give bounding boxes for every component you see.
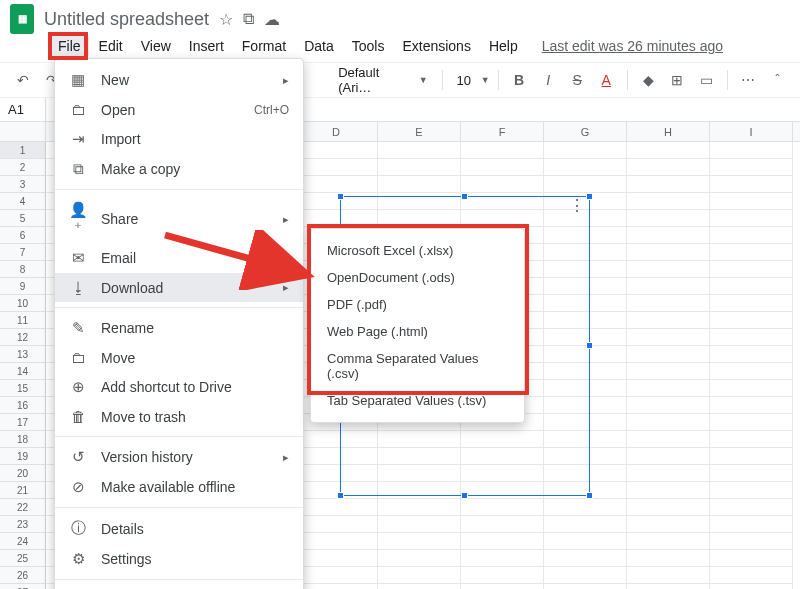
cell[interactable] — [710, 482, 793, 499]
cell[interactable] — [710, 499, 793, 516]
file-download[interactable]: ⭳ Download ▸ — [55, 273, 303, 302]
cell[interactable] — [710, 448, 793, 465]
cell[interactable] — [710, 567, 793, 584]
cell[interactable] — [710, 159, 793, 176]
row-header[interactable]: 24 — [0, 533, 46, 550]
resize-handle[interactable] — [461, 193, 468, 200]
undo-button[interactable]: ↶ — [10, 67, 35, 93]
menu-file[interactable]: File — [50, 34, 89, 58]
row-header[interactable]: 1 — [0, 142, 46, 159]
name-box[interactable]: A1 — [0, 98, 46, 121]
cell[interactable] — [378, 176, 461, 193]
cell[interactable] — [710, 295, 793, 312]
row-header[interactable]: 3 — [0, 176, 46, 193]
cell[interactable] — [710, 329, 793, 346]
cell[interactable] — [710, 244, 793, 261]
cell[interactable] — [710, 533, 793, 550]
object-more-icon[interactable]: ⋮ — [569, 201, 585, 211]
cell[interactable] — [627, 363, 710, 380]
cell[interactable] — [544, 516, 627, 533]
cell[interactable] — [627, 397, 710, 414]
move-folder-icon[interactable]: ⧉ — [243, 10, 254, 28]
row-header[interactable]: 27 — [0, 584, 46, 589]
file-open[interactable]: 🗀 Open Ctrl+O — [55, 95, 303, 124]
row-header[interactable]: 11 — [0, 312, 46, 329]
last-edit-link[interactable]: Last edit was 26 minutes ago — [542, 38, 723, 54]
cell[interactable] — [461, 584, 544, 589]
cell[interactable] — [627, 431, 710, 448]
font-family-select[interactable]: Default (Ari… ▼ — [332, 63, 434, 97]
row-header[interactable]: 10 — [0, 295, 46, 312]
cell[interactable] — [627, 482, 710, 499]
cell[interactable] — [710, 550, 793, 567]
file-details[interactable]: ⓘ Details — [55, 513, 303, 544]
cell[interactable] — [627, 414, 710, 431]
cell[interactable] — [295, 567, 378, 584]
cell[interactable] — [461, 516, 544, 533]
sheets-logo[interactable]: ▦ — [10, 4, 34, 34]
cell[interactable] — [627, 516, 710, 533]
cell[interactable] — [627, 380, 710, 397]
resize-handle[interactable] — [586, 193, 593, 200]
row-header[interactable]: 23 — [0, 516, 46, 533]
cell[interactable] — [295, 533, 378, 550]
row-header[interactable]: 26 — [0, 567, 46, 584]
star-icon[interactable]: ☆ — [219, 10, 233, 29]
row-header[interactable]: 2 — [0, 159, 46, 176]
cell[interactable] — [378, 516, 461, 533]
cell[interactable] — [295, 142, 378, 159]
cell[interactable] — [710, 431, 793, 448]
menu-edit[interactable]: Edit — [91, 34, 131, 58]
row-header[interactable]: 8 — [0, 261, 46, 278]
file-trash[interactable]: 🗑 Move to trash — [55, 402, 303, 431]
cell[interactable] — [710, 142, 793, 159]
cell[interactable] — [710, 363, 793, 380]
cell[interactable] — [461, 159, 544, 176]
file-settings[interactable]: ⚙ Settings — [55, 544, 303, 574]
resize-handle[interactable] — [337, 193, 344, 200]
cell[interactable] — [627, 261, 710, 278]
row-header[interactable]: 9 — [0, 278, 46, 295]
cell[interactable] — [295, 176, 378, 193]
row-header[interactable]: 22 — [0, 499, 46, 516]
resize-handle[interactable] — [586, 492, 593, 499]
cell[interactable] — [378, 550, 461, 567]
cell[interactable] — [627, 210, 710, 227]
cell[interactable] — [461, 142, 544, 159]
cell[interactable] — [627, 227, 710, 244]
row-header[interactable]: 15 — [0, 380, 46, 397]
row-header[interactable]: 13 — [0, 346, 46, 363]
file-import[interactable]: ⇥ Import — [55, 124, 303, 154]
cell[interactable] — [627, 499, 710, 516]
cell[interactable] — [627, 159, 710, 176]
row-header[interactable]: 16 — [0, 397, 46, 414]
cell[interactable] — [378, 567, 461, 584]
cell[interactable] — [627, 176, 710, 193]
row-header[interactable]: 20 — [0, 465, 46, 482]
cell[interactable] — [627, 584, 710, 589]
text-color-button[interactable]: A — [594, 67, 619, 93]
cell[interactable] — [378, 159, 461, 176]
resize-handle[interactable] — [337, 492, 344, 499]
cell[interactable] — [710, 261, 793, 278]
file-rename[interactable]: ✎ Rename — [55, 313, 303, 343]
cell[interactable] — [295, 584, 378, 589]
cell[interactable] — [544, 499, 627, 516]
cell[interactable] — [710, 380, 793, 397]
cell[interactable] — [710, 414, 793, 431]
cell[interactable] — [710, 193, 793, 210]
download-tsv[interactable]: Tab Separated Values (.tsv) — [311, 387, 524, 414]
download-ods[interactable]: OpenDocument (.ods) — [311, 264, 524, 291]
row-header[interactable]: 17 — [0, 414, 46, 431]
cell[interactable] — [710, 176, 793, 193]
cell[interactable] — [627, 142, 710, 159]
cell[interactable] — [627, 295, 710, 312]
col-header[interactable]: D — [295, 122, 378, 141]
strikethrough-button[interactable]: S — [565, 67, 590, 93]
cell[interactable] — [710, 465, 793, 482]
cell[interactable] — [710, 584, 793, 589]
cell[interactable] — [461, 176, 544, 193]
cell[interactable] — [378, 584, 461, 589]
more-toolbar-button[interactable]: ⋯ — [736, 67, 761, 93]
col-header[interactable]: H — [627, 122, 710, 141]
